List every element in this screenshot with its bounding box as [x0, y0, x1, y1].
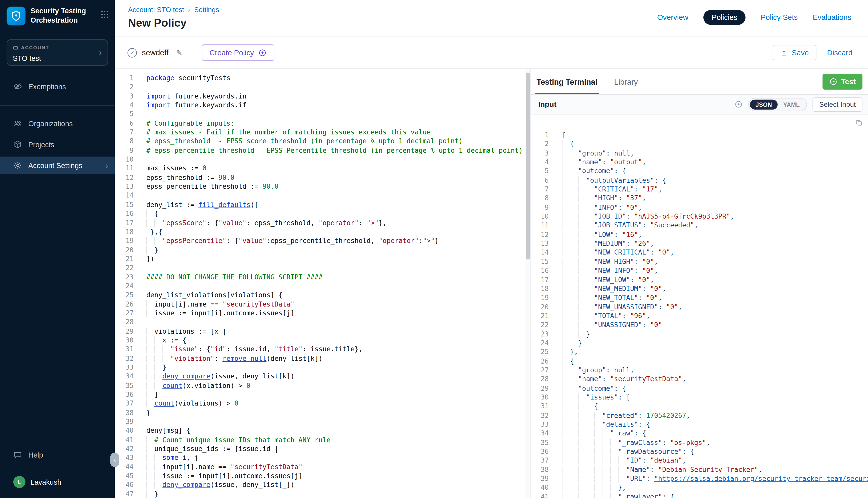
sidebar-item-account-settings[interactable]: Account Settings ›	[0, 157, 115, 174]
code-line[interactable]: 39	[115, 417, 525, 427]
code-line[interactable]: 21 "TOTAL": "96",	[531, 312, 868, 320]
code-line[interactable]: 25 },	[531, 348, 868, 357]
code-line[interactable]: 3 "group": null,	[531, 149, 868, 158]
code-line[interactable]: 28	[115, 318, 525, 327]
code-line[interactable]: 30 "issues": [	[531, 393, 868, 402]
sidebar-item-exemptions[interactable]: Exemptions	[0, 77, 115, 95]
tab-evaluations[interactable]: Evaluations	[813, 13, 852, 22]
code-line[interactable]: 46 deny_compare(issue, deny_list[_])	[115, 481, 525, 490]
code-line[interactable]: 11 "JOB_STATUS": "Succeeded",	[531, 221, 868, 230]
tab-policies[interactable]: Policies	[703, 10, 746, 25]
test-button[interactable]: Test	[823, 74, 863, 90]
code-line[interactable]: 44 input[i].name == "securityTestData"	[115, 462, 525, 472]
code-line[interactable]: 40deny[msg] {	[115, 427, 525, 435]
format-json-option[interactable]: JSON	[750, 99, 778, 109]
policy-code-editor[interactable]: 1package securityTests23import future.ke…	[115, 69, 525, 498]
breadcrumb-settings-link[interactable]: Settings	[194, 6, 219, 14]
code-line[interactable]: 32 "created": 1705420267,	[531, 411, 868, 420]
code-line[interactable]: 37 "ID": "debian",	[531, 456, 868, 465]
user-menu[interactable]: L Lavakush	[0, 473, 115, 492]
code-line[interactable]: 23 }	[531, 330, 868, 339]
code-line[interactable]: 2	[115, 83, 525, 92]
input-json-viewer[interactable]: 1[2 {3 "group": null,4 "name": "output",…	[531, 115, 868, 498]
code-line[interactable]: 6 "outputVariables": {	[531, 176, 868, 185]
code-line[interactable]: 4import future.keywords.if	[115, 101, 525, 110]
code-line[interactable]: 36 ]	[115, 390, 525, 399]
discard-button[interactable]: Discard	[821, 49, 858, 57]
code-line[interactable]: 36 "_rawDatasource": {	[531, 447, 868, 456]
code-line[interactable]: 9 "INFO": "0",	[531, 203, 868, 212]
code-line[interactable]: 45 issue := input[i].outcome.issues[j]	[115, 472, 525, 481]
code-line[interactable]: 47 }	[115, 490, 525, 498]
code-line[interactable]: 7# max_issues - Fail if the number of ma…	[115, 128, 525, 137]
code-line[interactable]: 8# epss_threshold - EPSS score threshold…	[115, 137, 525, 146]
code-line[interactable]: 7 "CRITICAL": "17",	[531, 185, 868, 194]
code-line[interactable]: 26 input[i].name == "securityTestData"	[115, 300, 525, 309]
code-line[interactable]: 39 "URL": "https://salsa.debian.org/secu…	[531, 474, 868, 483]
code-line[interactable]: 22	[115, 264, 525, 273]
code-line[interactable]: 26 {	[531, 357, 868, 366]
edit-pencil-icon[interactable]: ✎	[176, 49, 182, 57]
code-line[interactable]: 27 "group": null,	[531, 366, 868, 375]
format-yaml-option[interactable]: YAML	[778, 99, 805, 109]
account-selector[interactable]: ACCOUNT STO test ›	[7, 39, 108, 66]
code-line[interactable]: 41 "_rawLayer": {	[531, 492, 868, 498]
code-line[interactable]: 14	[115, 191, 525, 200]
code-line[interactable]: 1package securityTests	[115, 74, 525, 83]
code-line[interactable]: 22 "UNASSIGNED": "0"	[531, 320, 868, 330]
copy-icon[interactable]	[855, 119, 863, 129]
code-line[interactable]: 18 "NEW_MEDIUM": "0",	[531, 285, 868, 293]
code-line[interactable]: 16 "NEW_INFO": "0",	[531, 266, 868, 275]
code-line[interactable]: 29 "outcome": {	[531, 384, 868, 393]
code-line[interactable]: 19 "epssPercentile": {"value":epss_perce…	[115, 236, 525, 246]
select-input-button[interactable]: Select Input	[813, 97, 862, 111]
code-line[interactable]: 31 "issue": {"id": issue.id, "title": is…	[115, 345, 525, 354]
code-line[interactable]: 34 deny_compare(issue, deny_list[k])	[115, 372, 525, 381]
code-line[interactable]: 38}	[115, 408, 525, 417]
code-line[interactable]: 40 },	[531, 483, 868, 492]
code-line[interactable]: 31 {	[531, 402, 868, 411]
code-line[interactable]: 18 },{	[115, 227, 525, 236]
code-line[interactable]: 8 "HIGH": "37",	[531, 194, 868, 203]
code-line[interactable]: 30 x := {	[115, 336, 525, 345]
code-line[interactable]: 2 {	[531, 140, 868, 149]
sidebar-item-help[interactable]: Help	[0, 446, 115, 463]
code-line[interactable]: 5	[115, 110, 525, 119]
code-line[interactable]: 11max_issues := 0	[115, 164, 525, 173]
tab-testing-terminal[interactable]: Testing Terminal	[535, 69, 599, 94]
code-line[interactable]: 12 "LOW": "16",	[531, 230, 868, 239]
editor-scrollbar[interactable]	[525, 69, 531, 498]
code-line[interactable]: 15deny_list := fill_defaults([	[115, 200, 525, 209]
code-line[interactable]: 3import future.keywords.in	[115, 92, 525, 101]
code-line[interactable]: 15 "NEW_HIGH": "0",	[531, 257, 868, 266]
code-line[interactable]: 37 count(violations) > 0	[115, 399, 525, 408]
module-grid-icon[interactable]	[100, 6, 109, 21]
code-line[interactable]: 10 "JOB_ID": "hAJS5-p4-GfrcCk9p3l3PR",	[531, 212, 868, 221]
code-line[interactable]: 13epss_percentile_threshold := 90.0	[115, 182, 525, 191]
code-line[interactable]: 12epss_threshold := 90.0	[115, 173, 525, 182]
code-line[interactable]: 10	[115, 155, 525, 164]
code-line[interactable]: 24	[115, 281, 525, 291]
code-line[interactable]: 4 "name": "output",	[531, 158, 868, 167]
code-line[interactable]: 17 "NEW_LOW": "0",	[531, 275, 868, 285]
code-line[interactable]: 20 "NEW_UNASSIGNED": "0",	[531, 302, 868, 312]
code-line[interactable]: 35 "_rawClass": "os-pkgs",	[531, 438, 868, 447]
code-line[interactable]: 28 "name": "securityTestData",	[531, 375, 868, 384]
code-line[interactable]: 34 "_raw": {	[531, 429, 868, 438]
code-line[interactable]: 17 "epssScore": {"value": epss_threshold…	[115, 218, 525, 227]
code-line[interactable]: 29 violations := [x |	[115, 327, 525, 336]
code-line[interactable]: 42 unique_issue_ids := {issue.id |	[115, 445, 525, 454]
code-line[interactable]: 33 "details": {	[531, 420, 868, 429]
code-line[interactable]: 1[	[531, 131, 868, 140]
editor-scrollbar-thumb[interactable]	[526, 73, 530, 259]
code-line[interactable]: 33 }	[115, 363, 525, 372]
code-line[interactable]: 38 "Name": "Debian Security Tracker",	[531, 465, 868, 474]
code-line[interactable]: 16 {	[115, 209, 525, 218]
code-line[interactable]: 24 }	[531, 339, 868, 348]
code-line[interactable]: 14 "NEW_CRITICAL": "0",	[531, 248, 868, 257]
code-line[interactable]: 19 "NEW_TOTAL": "0",	[531, 293, 868, 302]
app-logo-icon[interactable]	[7, 6, 25, 25]
code-line[interactable]: 35 count(x.violation) > 0	[115, 381, 525, 390]
breadcrumb-account-link[interactable]: Account: STO test	[128, 6, 184, 14]
code-line[interactable]: 13 "MEDIUM": "26",	[531, 239, 868, 248]
